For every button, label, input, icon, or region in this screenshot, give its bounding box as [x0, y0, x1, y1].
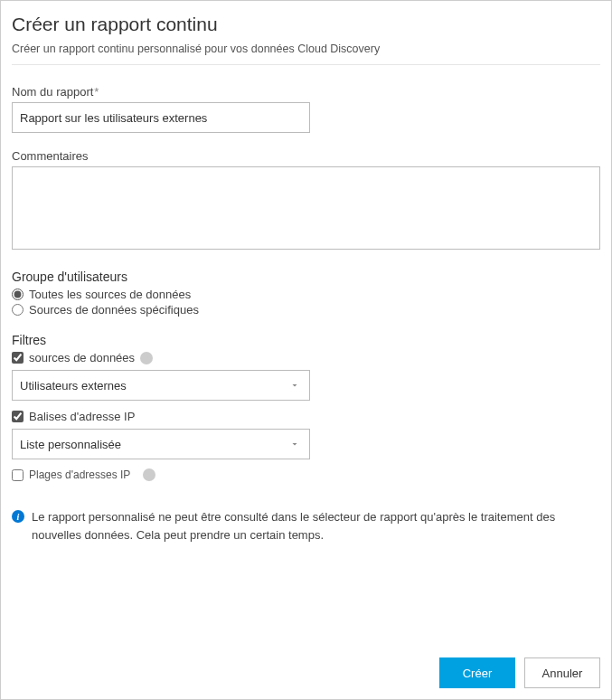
dialog-subtitle: Créer un rapport continu personnalisé po… — [12, 43, 600, 55]
chevron-down-icon — [289, 380, 300, 391]
info-icon: i — [12, 510, 24, 523]
report-name-label: Nom du rapport* — [12, 85, 600, 99]
report-name-section: Nom du rapport* — [12, 85, 600, 133]
radio-specific-sources-label: Sources de données spécifiques — [29, 303, 199, 317]
ip-ranges-checkbox-label: Plages d'adresses IP — [29, 468, 130, 481]
comments-section: Commentaires — [12, 149, 600, 253]
info-dot-icon — [143, 468, 155, 481]
info-text: Le rapport personnalisé ne peut être con… — [32, 508, 600, 544]
ip-tags-select-value: Liste personnalisée — [20, 438, 121, 451]
comments-textarea[interactable] — [12, 166, 600, 250]
dialog-title: Créer un rapport continu — [12, 14, 600, 35]
data-sources-select[interactable]: Utilisateurs externes — [12, 370, 310, 401]
radio-specific-sources[interactable] — [12, 304, 24, 316]
data-sources-checkbox-label: sources de données — [29, 351, 135, 364]
ip-tags-checkbox[interactable] — [12, 411, 24, 422]
report-name-input[interactable] — [12, 102, 310, 133]
ip-ranges-row: Plages d'adresses IP — [12, 468, 600, 481]
info-dot-icon — [140, 352, 153, 364]
data-sources-checkbox[interactable] — [12, 352, 24, 364]
ip-tags-check-row: Balises d'adresse IP — [12, 410, 600, 423]
radio-all-sources-row: Toutes les sources de données — [12, 288, 600, 301]
report-name-label-text: Nom du rapport — [12, 85, 93, 99]
cancel-button[interactable]: Annuler — [524, 657, 600, 688]
ip-tags-select-wrap: Liste personnalisée — [12, 429, 310, 459]
data-sources-select-wrap: Utilisateurs externes — [12, 370, 310, 401]
radio-all-sources-label: Toutes les sources de données — [29, 288, 191, 301]
divider — [12, 64, 600, 65]
radio-specific-sources-row: Sources de données spécifiques — [12, 303, 600, 317]
create-report-dialog: Créer un rapport continu Créer un rappor… — [0, 0, 612, 700]
user-group-section: Groupe d'utilisateurs Toutes les sources… — [12, 270, 600, 317]
user-group-label: Groupe d'utilisateurs — [12, 270, 600, 284]
filters-section: Filtres sources de données Utilisateurs … — [12, 333, 600, 481]
data-sources-select-value: Utilisateurs externes — [20, 379, 127, 393]
required-mark: * — [94, 85, 99, 99]
ip-tags-checkbox-label: Balises d'adresse IP — [29, 410, 135, 423]
chevron-down-icon — [289, 439, 300, 449]
comments-label: Commentaires — [12, 149, 600, 163]
data-sources-check-row: sources de données — [12, 351, 600, 364]
info-note: i Le rapport personnalisé ne peut être c… — [12, 508, 600, 544]
radio-all-sources[interactable] — [12, 289, 24, 300]
dialog-footer: Créer Annuler — [439, 657, 600, 688]
filters-label: Filtres — [12, 333, 600, 347]
ip-tags-select[interactable]: Liste personnalisée — [12, 429, 310, 459]
create-button[interactable]: Créer — [439, 657, 515, 688]
ip-ranges-checkbox[interactable] — [12, 469, 24, 481]
